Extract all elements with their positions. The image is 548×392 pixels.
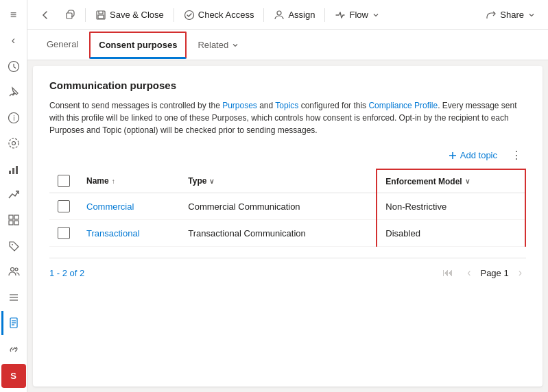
tab-consent-purposes[interactable]: Consent purposes xyxy=(89,32,187,59)
add-icon xyxy=(448,151,457,160)
svg-point-29 xyxy=(277,11,281,15)
table-row: Commercial Commercial Communication Non-… xyxy=(49,193,525,220)
sidebar-icon-back[interactable]: ‹ xyxy=(1,28,26,52)
col-header-enforcement[interactable]: Enforcement Model ∨ xyxy=(377,169,525,193)
check-access-button[interactable]: Check Access xyxy=(177,5,261,25)
back-button[interactable] xyxy=(33,5,58,25)
related-chevron-icon xyxy=(231,41,239,49)
svg-text:i: i xyxy=(13,114,14,122)
row1-type-cell: Commercial Communication xyxy=(180,193,377,220)
page-label: Page 1 xyxy=(480,268,508,278)
toolbar-separator-4 xyxy=(324,8,325,22)
svg-rect-9 xyxy=(12,168,14,174)
row1-checkbox[interactable] xyxy=(58,200,70,212)
sidebar-icon-grid[interactable] xyxy=(1,208,26,232)
sidebar-icon-tag[interactable] xyxy=(1,234,26,258)
page-first-button[interactable]: ⏮ xyxy=(438,264,457,282)
row1-name-link[interactable]: Commercial xyxy=(86,201,134,212)
sidebar-icon-pin[interactable] xyxy=(1,79,26,103)
table-row: Transactional Transactional Communicatio… xyxy=(49,220,525,247)
save-close-button[interactable]: Save & Close xyxy=(88,5,171,25)
svg-rect-14 xyxy=(14,221,19,225)
nav-tabs: General Consent purposes Related xyxy=(27,30,548,60)
name-sort-icon: ↑ xyxy=(112,177,115,185)
sidebar-icon-link[interactable] xyxy=(1,336,26,360)
restore-icon xyxy=(64,10,75,21)
content-area: Communication purposes Consent to send m… xyxy=(33,66,543,387)
share-icon xyxy=(486,10,497,21)
sidebar-icon-settings[interactable] xyxy=(1,131,26,155)
section-title: Communication purposes xyxy=(49,79,526,91)
check-access-label: Check Access xyxy=(198,10,254,20)
data-table: Name ↑ Type ∨ Enforcement Model ∨ xyxy=(49,169,526,247)
svg-rect-27 xyxy=(98,15,104,19)
svg-line-3 xyxy=(10,94,12,96)
save-icon xyxy=(95,10,106,21)
page-prev-button[interactable]: ‹ xyxy=(463,264,475,282)
flow-button[interactable]: Flow xyxy=(328,5,386,25)
svg-point-7 xyxy=(9,138,19,148)
sidebar-icon-trend[interactable] xyxy=(1,182,26,206)
table-select-all-checkbox[interactable] xyxy=(58,175,70,187)
tab-general[interactable]: General xyxy=(38,32,86,58)
compliance-link[interactable]: Compliance Profile xyxy=(368,101,438,110)
sidebar-icon-list[interactable] xyxy=(1,285,26,309)
sidebar: ≡ ‹ i S xyxy=(0,0,27,392)
col-header-type[interactable]: Type ∨ xyxy=(180,169,377,193)
row2-name-cell: Transactional xyxy=(78,220,180,247)
sidebar-icon-menu[interactable]: ≡ xyxy=(1,3,26,27)
purposes-link[interactable]: Purposes xyxy=(222,101,257,110)
page-count: 1 - 2 of 2 xyxy=(49,268,84,278)
svg-rect-10 xyxy=(16,166,18,174)
svg-rect-11 xyxy=(9,215,13,219)
more-options-button[interactable]: ⋮ xyxy=(507,147,526,163)
col-header-checkbox xyxy=(49,169,78,193)
share-chevron-icon xyxy=(527,11,536,19)
svg-rect-8 xyxy=(9,171,11,174)
svg-point-28 xyxy=(184,10,193,19)
toolbar-separator-3 xyxy=(263,8,264,22)
toolbar-separator-2 xyxy=(174,8,174,22)
row1-name-cell: Commercial xyxy=(78,193,180,220)
toolbar: Save & Close Check Access Assign Flow Sh… xyxy=(27,0,548,30)
pagination: 1 - 2 of 2 ⏮ ‹ Page 1 › xyxy=(49,258,526,282)
svg-rect-13 xyxy=(9,221,13,225)
table-header-row: Name ↑ Type ∨ Enforcement Model ∨ xyxy=(49,169,525,193)
sidebar-icon-user[interactable]: S xyxy=(1,364,26,388)
info-text: Consent to send messages is controlled b… xyxy=(49,99,526,136)
sidebar-icon-people[interactable] xyxy=(1,260,26,284)
toolbar-separator-1 xyxy=(85,8,86,22)
add-topic-button[interactable]: Add topic xyxy=(444,147,501,163)
enforcement-sort-icon: ∨ xyxy=(465,177,470,185)
sidebar-icon-info[interactable]: i xyxy=(1,106,26,130)
page-nav: ⏮ ‹ Page 1 › xyxy=(438,264,526,282)
row1-checkbox-cell xyxy=(49,193,78,220)
page-next-button[interactable]: › xyxy=(514,264,526,282)
row2-name-link[interactable]: Transactional xyxy=(86,228,140,238)
row2-checkbox[interactable] xyxy=(58,227,70,239)
share-button[interactable]: Share xyxy=(479,5,543,25)
assign-label: Assign xyxy=(288,10,315,20)
check-access-icon xyxy=(184,10,195,21)
flow-label: Flow xyxy=(349,10,368,20)
tab-related[interactable]: Related xyxy=(189,33,248,57)
flow-chevron-icon xyxy=(372,11,380,19)
sidebar-icon-chart[interactable] xyxy=(1,157,26,181)
assign-button[interactable]: Assign xyxy=(267,5,322,25)
svg-point-17 xyxy=(15,268,18,271)
sidebar-icon-recent[interactable] xyxy=(1,54,26,78)
share-label: Share xyxy=(500,10,524,20)
add-topic-row: Add topic ⋮ xyxy=(49,147,526,163)
row2-checkbox-cell xyxy=(49,220,78,247)
restore-button[interactable] xyxy=(58,5,82,25)
svg-rect-12 xyxy=(14,215,19,219)
type-sort-icon: ∨ xyxy=(209,177,214,185)
col-header-name[interactable]: Name ↑ xyxy=(78,169,180,193)
flow-icon xyxy=(335,10,346,21)
svg-point-15 xyxy=(12,244,13,245)
row2-enforcement-cell: Disabled xyxy=(377,220,525,247)
main-area: Save & Close Check Access Assign Flow Sh… xyxy=(27,0,548,392)
topics-link[interactable]: Topics xyxy=(275,101,298,110)
sidebar-icon-doc[interactable] xyxy=(1,311,26,335)
add-topic-label: Add topic xyxy=(460,150,497,160)
